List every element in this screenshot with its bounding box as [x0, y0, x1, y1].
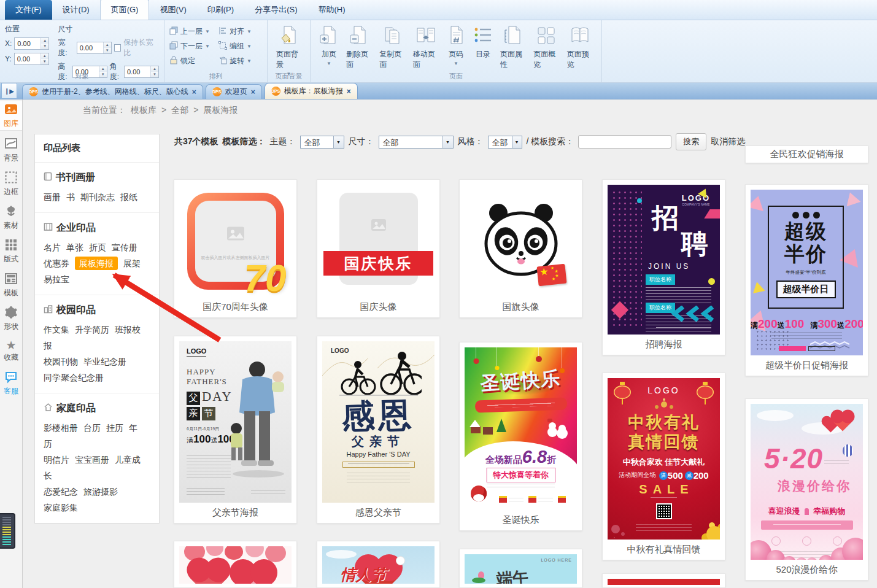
- menu-view[interactable]: 视图(V): [149, 0, 196, 20]
- sidebar-item-border[interactable]: 边框: [0, 169, 22, 198]
- menu-design[interactable]: 设计(D): [52, 0, 100, 20]
- move-page-button[interactable]: 移动页面: [409, 23, 442, 70]
- template-card-zhongqiu[interactable]: LOGO 中秋有礼 真情回馈 中秋合家欢 佳节大献礼 活动期间全场 满500 减…: [602, 373, 725, 560]
- template-card-shengdan[interactable]: 圣诞快乐 全场新品6.8折 特大惊喜等着你 圣诞快乐: [459, 342, 582, 531]
- cat-item[interactable]: 升学简历: [75, 325, 109, 335]
- send-backward-button[interactable]: 下一层▼: [169, 41, 210, 52]
- menu-print[interactable]: 印刷(P): [197, 0, 244, 20]
- cat-item[interactable]: 校园刊物: [44, 357, 78, 366]
- sidebar-item-service[interactable]: 客服: [0, 369, 22, 398]
- sidebar-item-shape[interactable]: 形状: [0, 304, 22, 333]
- tab-template-library[interactable]: DPS 模板库：展板海报 ×: [265, 83, 358, 99]
- cat-item[interactable]: 明信片: [44, 455, 69, 465]
- docked-widget[interactable]: [0, 513, 15, 549]
- close-tab-icon[interactable]: ×: [251, 88, 255, 96]
- rotate-button[interactable]: 旋转▼: [218, 56, 252, 66]
- cat-item[interactable]: 挂历: [106, 423, 123, 433]
- bring-forward-button[interactable]: 上一层▼: [169, 26, 210, 37]
- breadcrumb-all[interactable]: 全部: [171, 105, 188, 116]
- close-tab-icon[interactable]: ×: [347, 87, 351, 96]
- template-caption: 全民狂欢促销海报: [751, 147, 863, 160]
- tab-manual[interactable]: DPS 使用手册-2、参考线、网格线、标尺、版心线 ×: [22, 84, 203, 99]
- cat-item[interactable]: 易拉宝: [44, 274, 69, 284]
- page-overview-button[interactable]: 页面概览: [530, 23, 563, 70]
- cat-item[interactable]: 画册: [44, 192, 61, 202]
- cat-item[interactable]: 宣传册: [112, 242, 137, 252]
- cat-item-active-display-board[interactable]: 展板海报: [75, 257, 118, 270]
- sidebar-item-template[interactable]: 模板: [0, 271, 22, 300]
- cat-item[interactable]: 报纸: [120, 192, 137, 202]
- group-button[interactable]: 编组▼: [218, 41, 252, 52]
- cat-item[interactable]: 台历: [83, 423, 101, 433]
- style-select[interactable]: 全部▼: [488, 136, 522, 149]
- ribbon-decor: [474, 397, 567, 412]
- cat-item[interactable]: 宝宝画册: [75, 455, 109, 465]
- menu-page[interactable]: 页面(G): [100, 0, 150, 20]
- menu-help[interactable]: 帮助(H): [307, 0, 355, 20]
- cat-item[interactable]: 名片: [44, 242, 61, 252]
- template-card-guoqing70[interactable]: 双击插入图片或从左侧面板插入图片 70 国庆70周年头像: [174, 179, 297, 318]
- cat-item[interactable]: 家庭影集: [44, 503, 78, 513]
- template-card-ganen[interactable]: LOGO 感恩 父亲节 Happy Father 'S DAY 感恩父亲节: [317, 336, 440, 524]
- sidebar-item-favorite[interactable]: ★收藏: [0, 338, 22, 364]
- template-card-valentine-partial[interactable]: 情人节: [317, 541, 440, 588]
- size-select[interactable]: 全部▼: [379, 136, 454, 149]
- page-number-button[interactable]: 页码▼: [442, 23, 469, 66]
- menu-file[interactable]: 文件(F): [5, 0, 52, 20]
- theme-select[interactable]: 全部▼: [300, 136, 344, 149]
- fine-print-lines: [771, 332, 842, 341]
- add-page-button[interactable]: 加页▼: [315, 23, 342, 66]
- breadcrumb-template-lib[interactable]: 模板库: [131, 105, 156, 116]
- close-tab-icon[interactable]: ×: [192, 88, 196, 96]
- toc-button[interactable]: 目录: [469, 23, 496, 60]
- width-input[interactable]: 0.00▲▼: [77, 42, 112, 54]
- cat-item[interactable]: 单张: [66, 242, 83, 252]
- cat-item[interactable]: 作文集: [44, 325, 69, 335]
- template-card-red-partial[interactable]: [602, 573, 725, 588]
- sidebar-item-layout[interactable]: 版式: [0, 237, 22, 266]
- x-input[interactable]: 0.00▲▼: [14, 37, 49, 50]
- menu-bar: 文件(F) 设计(D) 页面(G) 视图(V) 印刷(P) 分享导出(S) 帮助…: [0, 0, 877, 20]
- cat-item[interactable]: 折页: [89, 242, 106, 252]
- template-search-input[interactable]: [578, 135, 671, 149]
- menu-share-export[interactable]: 分享导出(S): [244, 0, 307, 20]
- hot-air-balloon-icon: [843, 444, 853, 457]
- copy-page-button[interactable]: 复制页面: [376, 23, 409, 70]
- template-card-banjia[interactable]: 超级 半价 年终盛宴“半”价到底 超级半价日 满200送100 满300送200…: [745, 184, 868, 376]
- cat-item[interactable]: 影楼相册: [44, 423, 78, 433]
- keep-ratio-checkbox[interactable]: [114, 44, 122, 52]
- cloud-decor: [757, 410, 794, 421]
- template-card-guoqing[interactable]: 双击插入图片或从左侧面板插入图片 国庆快乐 国庆头像: [317, 179, 440, 318]
- cancel-filter-button[interactable]: 取消筛选: [711, 136, 745, 147]
- template-card-zhaopin[interactable]: LOGO COMPANY'S NAME 招 聘 JOIN US 职位名称 职位名…: [602, 179, 725, 355]
- template-card-duanwu-partial[interactable]: LOGO HERE 端午: [459, 549, 582, 588]
- sidebar-item-gallery[interactable]: 图库: [0, 101, 22, 131]
- cat-item[interactable]: 同学聚会纪念册: [44, 373, 104, 382]
- cat-item[interactable]: 毕业纪念册: [83, 357, 126, 366]
- delete-page-button[interactable]: 删除页面: [342, 23, 376, 70]
- y-input[interactable]: 0.00▲▼: [14, 53, 49, 65]
- template-card-watercolor-partial[interactable]: [174, 541, 297, 588]
- page-background-button[interactable]: 页面背景▼: [272, 23, 305, 77]
- template-card-fuqinjie[interactable]: LOGO HAPPY FATHER'S 父DAY 亲节 6月11日-6月19日 …: [174, 336, 297, 524]
- cat-item[interactable]: 旅游摄影: [83, 487, 118, 497]
- pagebg-group-label: 页面背景: [268, 72, 310, 81]
- title-line-1: 中秋有礼: [608, 411, 720, 433]
- template-card-quanmin-partial[interactable]: 全民狂欢促销海报: [745, 145, 868, 163]
- collapse-panel-button[interactable]: ❙▶: [1, 83, 17, 99]
- tab-welcome[interactable]: DPS 欢迎页 ×: [206, 84, 262, 99]
- cat-item[interactable]: 期刊杂志: [80, 192, 115, 202]
- search-button[interactable]: 搜索: [676, 133, 706, 150]
- lock-button[interactable]: 锁定: [169, 56, 210, 66]
- page-preview-button[interactable]: 页面预览: [563, 23, 597, 70]
- sidebar-item-material[interactable]: 素材: [0, 203, 22, 232]
- page-properties-button[interactable]: 页面属性: [496, 23, 530, 70]
- cat-item[interactable]: 优惠券: [44, 258, 69, 268]
- sidebar-item-background[interactable]: 背景: [0, 136, 22, 164]
- template-card-520[interactable]: 5·20 浪漫价给你 喜迎浪漫 幸福购物 520浪漫价给你: [745, 398, 868, 581]
- cat-item[interactable]: 展架: [123, 258, 141, 268]
- template-card-guoqi[interactable]: ★ ★ ★ ★ ★ 国旗头像: [459, 179, 582, 318]
- cat-item[interactable]: 书: [66, 192, 75, 202]
- align-button[interactable]: 对齐▼: [218, 26, 252, 37]
- cat-item[interactable]: 恋爱纪念: [44, 487, 78, 497]
